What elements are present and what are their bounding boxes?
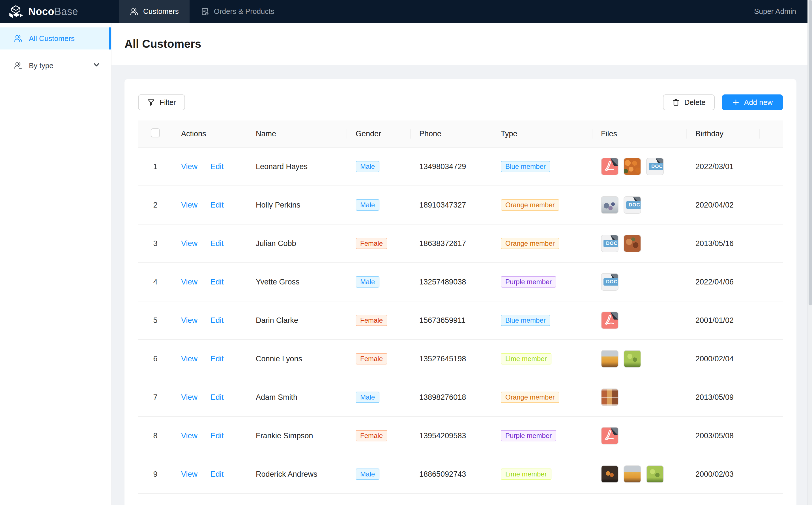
- image-thumbnail[interactable]: [601, 465, 619, 483]
- header-cell-type: Type: [492, 121, 592, 147]
- edit-link[interactable]: Edit: [211, 162, 224, 171]
- row-birthday-cell: 2013/05/09: [687, 378, 760, 416]
- page-scrollbar[interactable]: [807, 0, 812, 505]
- sidebar-item-label: All Customers: [29, 34, 75, 43]
- select-all-checkbox[interactable]: [151, 128, 160, 137]
- customer-name: Holly Perkins: [256, 201, 300, 209]
- delete-button[interactable]: Delete: [663, 95, 715, 110]
- table-row: 9 ViewEdit Roderick Andrews Male 1886509…: [138, 455, 783, 493]
- app-logo[interactable]: NocoBase: [0, 0, 119, 23]
- row-type-cell: Lime member: [492, 340, 592, 378]
- actions-divider: [204, 393, 204, 401]
- row-type-cell: Orange member: [492, 186, 592, 224]
- table-row: 2 ViewEdit Holly Perkins Male 1891034732…: [138, 186, 783, 224]
- edit-link[interactable]: Edit: [211, 470, 224, 478]
- pdf-file-icon[interactable]: [601, 312, 619, 329]
- customer-birthday: 2022/04/06: [695, 278, 733, 286]
- people-icon: [130, 7, 139, 16]
- view-link[interactable]: View: [181, 201, 197, 209]
- edit-link[interactable]: Edit: [211, 278, 224, 286]
- view-link[interactable]: View: [181, 316, 197, 325]
- image-thumbnail[interactable]: [601, 350, 619, 368]
- current-user-menu[interactable]: Super Admin: [754, 7, 796, 16]
- doc-file-icon[interactable]: DOC: [601, 273, 619, 291]
- row-actions-cell: ViewEdit: [172, 378, 247, 416]
- image-thumbnail[interactable]: [646, 465, 664, 483]
- table-row: 1 ViewEdit Leonard Hayes Male 1349803472…: [138, 147, 783, 186]
- row-number: 2: [153, 201, 157, 209]
- row-birthday-cell: 2013/05/16: [687, 224, 760, 263]
- row-extra-cell: [760, 301, 783, 340]
- doc-file-icon[interactable]: DOC: [646, 158, 664, 175]
- logo-secondary-text: Base: [54, 6, 78, 17]
- customer-name: Julian Cobb: [256, 239, 296, 248]
- row-birthday-cell: 2020/04/02: [687, 186, 760, 224]
- nav-tab-orders-products[interactable]: Orders & Products: [189, 0, 285, 23]
- edit-link[interactable]: Edit: [211, 355, 224, 363]
- edit-link[interactable]: Edit: [211, 201, 224, 209]
- row-gender-cell: Male: [347, 186, 411, 224]
- chevron-down-icon[interactable]: [93, 61, 100, 70]
- image-thumbnail[interactable]: [624, 158, 641, 175]
- view-link[interactable]: View: [181, 239, 197, 248]
- view-link[interactable]: View: [181, 393, 197, 401]
- row-birthday-cell: 2022/03/01: [687, 147, 760, 186]
- files-list: [601, 388, 687, 406]
- view-link[interactable]: View: [181, 470, 197, 478]
- view-link[interactable]: View: [181, 278, 197, 286]
- pdf-file-icon[interactable]: [601, 427, 619, 445]
- doc-file-icon[interactable]: DOC: [601, 235, 619, 252]
- row-actions-cell: ViewEdit: [172, 416, 247, 455]
- customer-name: Leonard Hayes: [256, 162, 307, 171]
- scrollbar-thumb[interactable]: [809, 0, 812, 305]
- filter-button[interactable]: Filter: [138, 95, 185, 110]
- content-area: Filter Delete Add new: [112, 65, 807, 505]
- view-link[interactable]: View: [181, 162, 197, 171]
- view-link[interactable]: View: [181, 432, 197, 440]
- row-index-cell: 6: [138, 340, 172, 378]
- doc-file-icon[interactable]: DOC: [624, 196, 641, 214]
- member-type-tag: Purple member: [501, 276, 556, 288]
- customer-name: Adam Smith: [256, 393, 297, 401]
- customer-phone: 13498034729: [419, 162, 466, 171]
- customer-birthday: 2001/01/02: [695, 316, 733, 325]
- row-actions-cell: ViewEdit: [172, 455, 247, 493]
- row-extra-cell: [760, 224, 783, 263]
- customer-phone: 13954209583: [419, 432, 466, 440]
- row-phone-cell: 13954209583: [411, 416, 492, 455]
- row-name-cell: Connie Lyons: [247, 340, 347, 378]
- files-list: [601, 350, 687, 368]
- image-thumbnail[interactable]: [624, 235, 641, 252]
- row-number: 6: [153, 355, 157, 363]
- row-birthday-cell: 2000/02/03: [687, 455, 760, 493]
- member-type-tag: Blue member: [501, 315, 550, 326]
- edit-link[interactable]: Edit: [211, 316, 224, 325]
- trash-icon: [672, 99, 680, 106]
- nav-tab-label: Customers: [143, 7, 179, 16]
- row-actions-cell: ViewEdit: [172, 301, 247, 340]
- view-link[interactable]: View: [181, 355, 197, 363]
- row-index-cell: 5: [138, 301, 172, 340]
- pdf-file-icon[interactable]: [601, 158, 619, 175]
- row-name-cell: Roderick Andrews: [247, 455, 347, 493]
- image-thumbnail[interactable]: [624, 465, 641, 483]
- sidebar-item-all-customers[interactable]: All Customers: [0, 27, 111, 49]
- row-gender-cell: Male: [347, 147, 411, 186]
- actions-divider: [204, 201, 204, 209]
- sidebar-item-by-type[interactable]: By type: [0, 54, 111, 76]
- nav-tab-customers[interactable]: Customers: [119, 0, 189, 23]
- image-thumbnail[interactable]: [601, 196, 619, 214]
- image-thumbnail[interactable]: [624, 350, 641, 368]
- edit-link[interactable]: Edit: [211, 393, 224, 401]
- table-row: 6 ViewEdit Connie Lyons Female 135276451…: [138, 340, 783, 378]
- row-actions-cell: ViewEdit: [172, 224, 247, 263]
- row-files-cell: DOC: [592, 263, 687, 301]
- image-thumbnail[interactable]: [601, 388, 619, 406]
- nocobase-logo-icon: [8, 5, 24, 19]
- customer-birthday: 2013/05/09: [695, 393, 733, 401]
- row-actions-cell: ViewEdit: [172, 147, 247, 186]
- row-actions-cell: ViewEdit: [172, 263, 247, 301]
- add-new-button[interactable]: Add new: [722, 95, 783, 110]
- edit-link[interactable]: Edit: [211, 239, 224, 248]
- edit-link[interactable]: Edit: [211, 432, 224, 440]
